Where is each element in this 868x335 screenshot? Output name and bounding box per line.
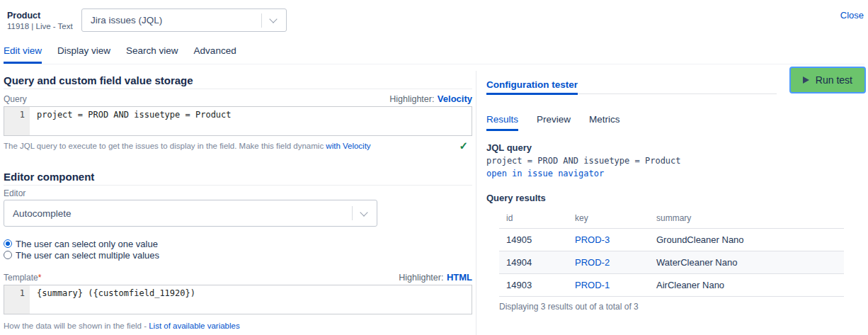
radio-selected-icon xyxy=(4,239,12,248)
table-row: 14905 PROD-3 GroundCleaner Nano xyxy=(499,229,844,251)
required-asterisk: * xyxy=(38,273,42,283)
query-label: Query xyxy=(4,94,27,104)
issue-key-link[interactable]: PROD-3 xyxy=(575,234,656,245)
table-header-row: id key summary xyxy=(499,210,844,229)
play-icon xyxy=(803,76,809,84)
template-label: Template* xyxy=(4,273,41,283)
cell-id: 14905 xyxy=(506,234,575,245)
panel-divider xyxy=(476,71,476,335)
cell-id: 14904 xyxy=(506,257,575,268)
close-link[interactable]: Close xyxy=(840,10,864,21)
template-help-text: How the data will be shown in the field … xyxy=(4,322,472,330)
col-header-id: id xyxy=(506,213,575,223)
edit-view-panel: Query and custom field value storage Que… xyxy=(4,71,472,330)
select-separator xyxy=(352,206,353,220)
tester-tab-bar: Results Preview Metrics xyxy=(486,114,866,131)
field-meta: 11918 | Live - Text xyxy=(7,22,73,30)
main-tab-bar: Edit view Display view Search view Advan… xyxy=(4,45,864,64)
chevron-down-icon xyxy=(269,15,277,23)
issue-key-link[interactable]: PROD-2 xyxy=(575,257,656,268)
radio-multiple-values[interactable]: The user can select multiple values xyxy=(4,249,472,261)
available-variables-link[interactable]: List of available variables xyxy=(149,322,240,330)
valid-check-icon: ✓ xyxy=(459,142,468,150)
template-code-editor[interactable]: 1 {summary} ({customfield_11920}) xyxy=(4,285,472,314)
tab-display-view[interactable]: Display view xyxy=(57,45,110,64)
tester-heading-row: Configuration tester xyxy=(486,78,777,94)
results-count-text: Displaying 3 results out of a total of 3 xyxy=(499,302,866,312)
query-highlighter-link[interactable]: Velocity xyxy=(438,93,472,104)
select-separator xyxy=(261,13,262,28)
template-highlighter-label: Highlighter: xyxy=(399,273,443,283)
query-highlighter-label: Highlighter: xyxy=(389,94,434,104)
selection-mode-radios: The user can select only one value The u… xyxy=(4,238,472,261)
run-test-button[interactable]: Run test xyxy=(789,67,866,93)
run-test-label: Run test xyxy=(816,74,852,86)
template-editor-code: {summary} ({customfield_11920}) xyxy=(30,285,195,314)
radio-multiple-values-label: The user can select multiple values xyxy=(16,250,159,261)
tab-advanced[interactable]: Advanced xyxy=(194,45,236,64)
field-name: Product xyxy=(7,11,40,21)
radio-single-value-label: The user can select only one value xyxy=(16,239,158,249)
tab-results[interactable]: Results xyxy=(486,114,518,131)
col-header-summary: summary xyxy=(656,213,844,223)
configuration-tester-link[interactable]: Configuration tester xyxy=(486,79,578,95)
radio-unselected-icon xyxy=(4,251,12,259)
with-velocity-link[interactable]: with Velocity xyxy=(326,142,370,150)
template-label-text: Template xyxy=(4,273,38,283)
editor-select[interactable]: Autocomplete xyxy=(4,200,377,227)
query-results-table: id key summary 14905 PROD-3 GroundCleane… xyxy=(499,210,844,297)
template-help-static: How the data will be shown in the field … xyxy=(4,322,149,330)
jql-query-value: project = PROD AND issuetype = Product xyxy=(486,156,866,166)
query-results-heading: Query results xyxy=(486,193,866,203)
open-in-issue-navigator-link[interactable]: open in issue navigator xyxy=(486,169,866,178)
tab-edit-view[interactable]: Edit view xyxy=(4,45,42,64)
jql-query-heading: JQL query xyxy=(486,142,866,153)
cell-id: 14903 xyxy=(506,280,575,290)
query-help-text: The JQL query to execute to get the issu… xyxy=(4,142,371,150)
issue-key-link[interactable]: PROD-1 xyxy=(575,280,656,290)
query-editor-line-number: 1 xyxy=(4,107,30,135)
editor-select-value: Autocomplete xyxy=(4,208,352,219)
table-row: 14903 PROD-1 AirCleaner Nano xyxy=(499,274,844,297)
tab-preview[interactable]: Preview xyxy=(537,114,571,131)
chevron-down-icon xyxy=(360,208,367,216)
section-title-editor-component: Editor component xyxy=(4,171,472,186)
radio-single-value[interactable]: The user can select only one value xyxy=(4,238,472,249)
query-help-static: The JQL query to execute to get the issu… xyxy=(4,142,326,150)
tab-search-view[interactable]: Search view xyxy=(126,45,178,64)
col-header-key: key xyxy=(575,213,656,223)
editor-label: Editor xyxy=(4,188,25,198)
configuration-tester-panel: Run test Configuration tester Results Pr… xyxy=(486,64,866,312)
field-type-select-value: Jira issues (JQL) xyxy=(82,15,261,25)
table-row: 14904 PROD-2 WaterCleaner Nano xyxy=(499,251,844,274)
field-type-select[interactable]: Jira issues (JQL) xyxy=(81,8,287,32)
cell-summary: AirCleaner Nano xyxy=(656,280,844,290)
section-title-query-storage: Query and custom field value storage xyxy=(4,71,472,89)
query-code-editor[interactable]: 1 project = PROD AND issuetype = Product xyxy=(4,106,472,136)
template-editor-line-number: 1 xyxy=(4,285,30,314)
cell-summary: GroundCleaner Nano xyxy=(656,234,844,245)
cell-summary: WaterCleaner Nano xyxy=(656,257,844,268)
tab-metrics[interactable]: Metrics xyxy=(589,114,620,131)
query-editor-code: project = PROD AND issuetype = Product xyxy=(30,107,232,135)
template-highlighter-link[interactable]: HTML xyxy=(447,272,472,283)
